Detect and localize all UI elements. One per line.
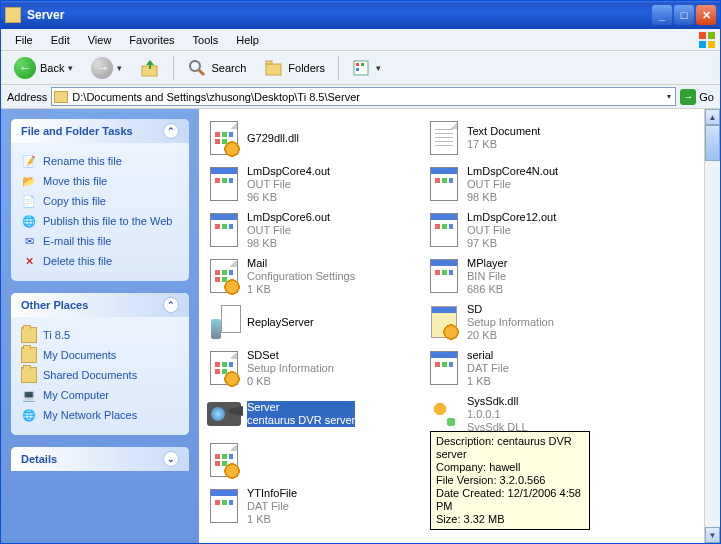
file-item[interactable] [203, 437, 423, 483]
file-item[interactable]: LmDspCore12.outOUT File97 KB [423, 207, 643, 253]
panel-details: Details ⌄ [11, 447, 189, 471]
menu-tools[interactable]: Tools [185, 32, 227, 48]
go-button[interactable]: → Go [680, 89, 714, 105]
file-item[interactable]: SDSetup Information20 KB [423, 299, 643, 345]
views-button[interactable]: ▾ [345, 55, 388, 81]
file-type: DAT File [467, 362, 509, 375]
file-item[interactable]: G729dll.dll [203, 115, 423, 161]
chevron-up-icon[interactable]: ⌃ [163, 123, 179, 139]
file-item[interactable]: Text Document17 KB [423, 115, 643, 161]
titlebar[interactable]: Server _ □ ✕ [1, 1, 720, 29]
task-email[interactable]: ✉E-mail this file [21, 231, 179, 251]
file-pane[interactable]: G729dll.dllLmDspCore4.outOUT File96 KBLm… [199, 109, 720, 543]
scroll-down-button[interactable]: ▼ [705, 527, 720, 543]
forward-dropdown-icon[interactable]: ▾ [117, 63, 122, 73]
go-label: Go [699, 91, 714, 103]
file-icon [207, 120, 241, 156]
tooltip-date: Date Created: 12/1/2006 4:58 PM [436, 487, 584, 513]
search-icon [187, 59, 207, 77]
file-icon [427, 120, 461, 156]
file-icon [427, 166, 461, 202]
file-item[interactable]: LmDspCore4N.outOUT File98 KB [423, 161, 643, 207]
views-dropdown-icon[interactable]: ▾ [376, 63, 381, 73]
tooltip-description: Description: centaurus DVR server [436, 435, 584, 461]
place-my-documents[interactable]: My Documents [21, 345, 179, 365]
task-rename[interactable]: 📝Rename this file [21, 151, 179, 171]
forward-button[interactable]: → ▾ [84, 53, 129, 83]
file-tasks-header[interactable]: File and Folder Tasks ⌃ [11, 119, 189, 143]
file-type: 1.0.0.1 [467, 408, 528, 421]
back-button[interactable]: ← Back ▾ [7, 53, 80, 83]
place-shared-documents[interactable]: Shared Documents [21, 365, 179, 385]
task-delete[interactable]: ✕Delete this file [21, 251, 179, 271]
close-button[interactable]: ✕ [696, 5, 716, 25]
task-label: Rename this file [43, 155, 122, 167]
task-copy[interactable]: 📄Copy this file [21, 191, 179, 211]
svg-rect-7 [266, 64, 281, 75]
vertical-scrollbar[interactable]: ▲ ▼ [704, 109, 720, 543]
svg-rect-8 [266, 61, 272, 64]
file-name: G729dll.dll [247, 132, 299, 145]
svg-rect-2 [699, 41, 706, 48]
file-item[interactable]: ReplayServer [203, 299, 423, 345]
menu-help[interactable]: Help [228, 32, 267, 48]
menu-view[interactable]: View [80, 32, 120, 48]
file-name: SysSdk.dll [467, 395, 528, 408]
task-publish[interactable]: 🌐Publish this file to the Web [21, 211, 179, 231]
file-name: Server [247, 401, 355, 414]
other-places-header[interactable]: Other Places ⌃ [11, 293, 189, 317]
file-name: YTInfoFile [247, 487, 297, 500]
chevron-down-icon[interactable]: ⌄ [163, 451, 179, 467]
folder-icon [21, 327, 37, 343]
file-item[interactable]: MPlayerBIN File686 KB [423, 253, 643, 299]
file-size: 20 KB [467, 329, 554, 342]
panel-other-places: Other Places ⌃ Ti 8.5 My Documents Share… [11, 293, 189, 435]
maximize-button[interactable]: □ [674, 5, 694, 25]
task-label: Publish this file to the Web [43, 215, 172, 227]
folders-icon [264, 59, 284, 77]
file-name: LmDspCore12.out [467, 211, 556, 224]
back-dropdown-icon[interactable]: ▾ [68, 63, 73, 73]
address-input[interactable] [72, 91, 661, 103]
file-name: serial [467, 349, 509, 362]
file-name: ReplayServer [247, 316, 314, 329]
file-item[interactable]: serialDAT File1 KB [423, 345, 643, 391]
file-icon [207, 166, 241, 202]
svg-rect-11 [361, 63, 364, 66]
scroll-up-button[interactable]: ▲ [705, 109, 720, 125]
task-move[interactable]: 📂Move this file [21, 171, 179, 191]
file-icon [207, 258, 241, 294]
task-label: Move this file [43, 175, 107, 187]
address-dropdown-icon[interactable]: ▾ [665, 92, 673, 101]
file-item[interactable]: LmDspCore6.outOUT File98 KB [203, 207, 423, 253]
place-my-computer[interactable]: 💻My Computer [21, 385, 179, 405]
folders-button[interactable]: Folders [257, 55, 332, 81]
place-ti85[interactable]: Ti 8.5 [21, 325, 179, 345]
file-item[interactable]: SDSetSetup Information0 KB [203, 345, 423, 391]
address-field[interactable]: ▾ [51, 87, 676, 106]
email-icon: ✉ [21, 233, 37, 249]
up-button[interactable] [133, 54, 167, 82]
file-item[interactable]: MailConfiguration Settings1 KB [203, 253, 423, 299]
details-header[interactable]: Details ⌄ [11, 447, 189, 471]
scroll-thumb[interactable] [705, 125, 720, 161]
place-network-places[interactable]: 🌐My Network Places [21, 405, 179, 425]
minimize-button[interactable]: _ [652, 5, 672, 25]
folder-icon [21, 367, 37, 383]
chevron-up-icon[interactable]: ⌃ [163, 297, 179, 313]
menu-edit[interactable]: Edit [43, 32, 78, 48]
menu-favorites[interactable]: Favorites [121, 32, 182, 48]
file-name: LmDspCore6.out [247, 211, 330, 224]
window-title: Server [27, 8, 652, 22]
file-item[interactable]: Servercentaurus DVR server [203, 391, 423, 437]
file-icon [207, 396, 241, 432]
search-button[interactable]: Search [180, 55, 253, 81]
file-icon [207, 350, 241, 386]
file-item[interactable]: LmDspCore4.outOUT File96 KB [203, 161, 423, 207]
search-label: Search [211, 62, 246, 74]
file-size: 1 KB [247, 513, 297, 526]
file-item[interactable]: YTInfoFileDAT File1 KB [203, 483, 423, 529]
file-icon [207, 212, 241, 248]
menu-file[interactable]: File [7, 32, 41, 48]
file-icon [207, 304, 241, 340]
